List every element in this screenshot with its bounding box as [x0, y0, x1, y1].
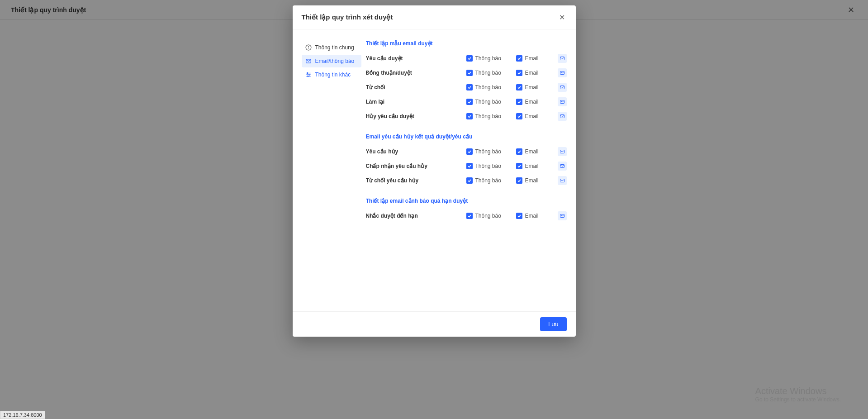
notify-checkbox[interactable] — [466, 163, 473, 169]
modal-header: Thiết lập quy trình xét duyệt ✕ — [293, 5, 576, 29]
svg-point-8 — [309, 74, 310, 75]
email-group: Email — [516, 163, 548, 169]
section: Thiết lập email cảnh báo quá hạn duyệtNh… — [366, 198, 567, 223]
notify-checkbox[interactable] — [466, 113, 473, 119]
notify-group: Thông báo — [466, 55, 516, 62]
email-label: Email — [525, 163, 539, 169]
mail-template-button[interactable] — [558, 147, 567, 156]
email-checkbox[interactable] — [516, 84, 522, 90]
notify-group: Thông báo — [466, 213, 516, 219]
email-group: Email — [516, 213, 548, 219]
section-title: Thiết lập email cảnh báo quá hạn duyệt — [366, 198, 567, 204]
svg-point-9 — [307, 76, 308, 76]
email-label: Email — [525, 113, 539, 119]
row-label: Chấp nhận yêu cầu hủy — [366, 163, 466, 169]
email-group: Email — [516, 99, 548, 105]
modal-overlay: Thiết lập quy trình xét duyệt ✕ Thông ti… — [0, 0, 868, 419]
row-label: Yêu cầu hủy — [366, 148, 466, 155]
modal-title: Thiết lập quy trình xét duyệt — [302, 13, 393, 21]
mail-template-button[interactable] — [558, 83, 567, 92]
setting-row: Hủy yêu cầu duyệtThông báoEmail — [366, 109, 567, 124]
notify-label: Thông báo — [475, 213, 501, 219]
notify-checkbox[interactable] — [466, 148, 473, 155]
modal-close-button[interactable]: ✕ — [558, 13, 567, 22]
row-label: Từ chối — [366, 84, 466, 90]
email-group: Email — [516, 113, 548, 119]
sidebar-item-email[interactable]: Email/thông báo — [302, 55, 361, 67]
sidebar-item-general[interactable]: Thông tin chung — [302, 41, 361, 54]
modal-sidebar: Thông tin chung Email/thông báo Thông ti… — [293, 29, 366, 311]
mail-icon — [305, 58, 312, 64]
email-label: Email — [525, 99, 539, 105]
notify-label: Thông báo — [475, 163, 501, 169]
email-label: Email — [525, 177, 539, 184]
sidebar-item-label: Thông tin khác — [315, 71, 351, 78]
email-label: Email — [525, 55, 539, 62]
row-label: Yêu cầu duyệt — [366, 55, 466, 62]
row-label: Từ chối yêu cầu hủy — [366, 177, 466, 184]
notify-group: Thông báo — [466, 177, 516, 184]
mail-template-button[interactable] — [558, 112, 567, 121]
mail-template-button[interactable] — [558, 162, 567, 171]
email-group: Email — [516, 70, 548, 76]
email-checkbox[interactable] — [516, 70, 522, 76]
notify-group: Thông báo — [466, 84, 516, 90]
email-checkbox[interactable] — [516, 99, 522, 105]
row-label: Đồng thuận/duyệt — [366, 70, 466, 76]
svg-point-7 — [307, 72, 308, 73]
mail-template-button[interactable] — [558, 176, 567, 185]
notify-group: Thông báo — [466, 99, 516, 105]
email-label: Email — [525, 84, 539, 90]
email-label: Email — [525, 70, 539, 76]
setting-row: Yêu cầu duyệtThông báoEmail — [366, 51, 567, 66]
sliders-icon — [305, 71, 312, 78]
row-label: Nhắc duyệt đến hạn — [366, 213, 466, 219]
notify-label: Thông báo — [475, 70, 501, 76]
mail-template-button[interactable] — [558, 211, 567, 220]
row-label: Hủy yêu cầu duyệt — [366, 113, 466, 119]
status-bar: 172.16.7.34:8000 — [0, 411, 45, 419]
row-label: Làm lại — [366, 99, 466, 105]
setting-row: Từ chối yêu cầu hủyThông báoEmail — [366, 173, 567, 188]
setting-row: Từ chốiThông báoEmail — [366, 80, 567, 95]
sidebar-item-label: Email/thông báo — [315, 58, 355, 64]
notify-group: Thông báo — [466, 148, 516, 155]
notify-label: Thông báo — [475, 99, 501, 105]
email-group: Email — [516, 55, 548, 62]
notify-checkbox[interactable] — [466, 213, 473, 219]
sidebar-item-other[interactable]: Thông tin khác — [302, 68, 361, 81]
notify-group: Thông báo — [466, 163, 516, 169]
notify-checkbox[interactable] — [466, 84, 473, 90]
email-checkbox[interactable] — [516, 163, 522, 169]
email-checkbox[interactable] — [516, 177, 522, 184]
email-checkbox[interactable] — [516, 113, 522, 119]
setting-row: Nhắc duyệt đến hạnThông báoEmail — [366, 209, 567, 223]
notify-checkbox[interactable] — [466, 177, 473, 184]
email-checkbox[interactable] — [516, 213, 522, 219]
sidebar-item-label: Thông tin chung — [315, 44, 354, 51]
setting-row: Chấp nhận yêu cầu hủyThông báoEmail — [366, 159, 567, 173]
notify-group: Thông báo — [466, 113, 516, 119]
info-icon — [305, 44, 312, 51]
notify-label: Thông báo — [475, 148, 501, 155]
section: Thiết lập mẫu email duyệtYêu cầu duyệtTh… — [366, 40, 567, 124]
notify-label: Thông báo — [475, 113, 501, 119]
setting-row: Làm lạiThông báoEmail — [366, 95, 567, 109]
email-label: Email — [525, 213, 539, 219]
notify-checkbox[interactable] — [466, 55, 473, 62]
email-checkbox[interactable] — [516, 148, 522, 155]
notify-label: Thông báo — [475, 55, 501, 62]
mail-template-button[interactable] — [558, 54, 567, 63]
save-button[interactable]: Lưu — [540, 317, 566, 331]
email-group: Email — [516, 84, 548, 90]
setting-row: Yêu cầu hủyThông báoEmail — [366, 144, 567, 159]
mail-template-button[interactable] — [558, 68, 567, 77]
notify-checkbox[interactable] — [466, 99, 473, 105]
mail-template-button[interactable] — [558, 97, 567, 106]
email-label: Email — [525, 148, 539, 155]
email-checkbox[interactable] — [516, 55, 522, 62]
modal: Thiết lập quy trình xét duyệt ✕ Thông ti… — [293, 5, 576, 337]
notify-checkbox[interactable] — [466, 70, 473, 76]
notify-group: Thông báo — [466, 70, 516, 76]
section: Email yêu cầu hủy kết quả duyệt/yêu cầuY… — [366, 133, 567, 188]
